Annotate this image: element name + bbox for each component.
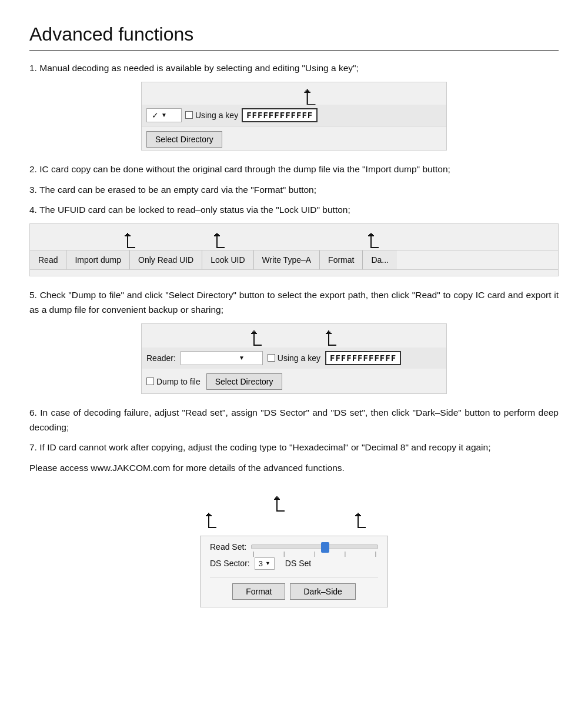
- arrow-reader-icon: ⮤: [248, 329, 266, 348]
- section1-text: 1. Manual decoding as needed is availabl…: [29, 61, 559, 76]
- section7-text: 7. If ID card cannot work after copying,…: [29, 440, 559, 455]
- bottom-btn-row: Format Dark–Side: [210, 577, 378, 600]
- page-title: Advanced functions: [29, 24, 559, 51]
- ds-sector-dropdown[interactable]: 3 ▼: [255, 557, 275, 570]
- section8-text: Please access www.JAKCOM.com for more de…: [29, 461, 559, 476]
- select-dir-row: Select Directory: [142, 126, 446, 150]
- dump-to-file-checkbox-area[interactable]: Dump to file: [146, 377, 201, 386]
- arrow-format-icon: ⮤: [365, 231, 383, 250]
- format-btn[interactable]: Format: [232, 583, 285, 600]
- reader-dropdown[interactable]: ▼: [181, 351, 263, 365]
- using-key-label: Using a key: [195, 111, 238, 120]
- arrow1-icon: ⮤: [300, 87, 320, 107]
- arrow-import-icon: ⮤: [121, 231, 140, 250]
- ds-sector-row: DS Sector: 3 ▼ DS Set: [210, 557, 378, 570]
- ds-dropdown-arrow-icon: ▼: [265, 560, 270, 566]
- dropdown-arrow-icon: ▼: [161, 112, 167, 118]
- section4-text: 4. The UFUID card can be locked to read–…: [29, 203, 559, 218]
- section3-text: 3. The card can be erased to be an empty…: [29, 183, 559, 198]
- read-set-row: Read Set: | | | | |: [210, 542, 378, 552]
- da-button[interactable]: Da...: [363, 250, 397, 269]
- using-key-checkbox-area[interactable]: Using a key: [185, 111, 238, 120]
- using-key-label2: Using a key: [278, 353, 320, 363]
- select-directory-button[interactable]: Select Directory: [146, 131, 222, 148]
- select-directory-button2[interactable]: Select Directory: [206, 373, 282, 390]
- bottom-ui: Read Set: | | | | | DS Sector:: [200, 536, 388, 607]
- using-key-checkbox-area2[interactable]: Using a key: [268, 353, 320, 363]
- arrow-dssector-icon: ⮤: [202, 511, 221, 530]
- dump-to-file-checkbox[interactable]: [146, 377, 154, 385]
- only-read-uid-button[interactable]: Only Read UID: [130, 250, 202, 269]
- key-row: ✓ ▼ Using a key FFFFFFFFFFFF: [142, 105, 446, 126]
- reader-row: Reader: ▼ Using a key FFFFFFFFFFFF: [142, 348, 446, 369]
- key-input2[interactable]: FFFFFFFFFFFF: [325, 351, 401, 365]
- ds-set-label: DS Set: [285, 559, 311, 568]
- reader-dropdown-arrow-icon: ▼: [239, 355, 245, 361]
- import-dump-button[interactable]: Import dump: [66, 250, 130, 269]
- key-input[interactable]: FFFFFFFFFFFF: [242, 108, 318, 122]
- using-key-checkbox2[interactable]: [268, 354, 275, 362]
- arrow-uid-icon: ⮤: [211, 231, 229, 250]
- checkmark-icon: ✓: [152, 111, 159, 120]
- reader-label: Reader:: [146, 353, 176, 363]
- read-set-slider[interactable]: | | | | |: [251, 544, 378, 549]
- section5-text: 5. Check "Dump to file" and click "Selec…: [29, 288, 559, 318]
- ds-sector-label: DS Sector:: [210, 559, 250, 568]
- ds-sector-value: 3: [259, 559, 263, 568]
- read-button[interactable]: Read: [30, 250, 66, 269]
- arrow-readset-icon: ⮤: [270, 495, 289, 513]
- look-uid-button[interactable]: Look UID: [202, 250, 253, 269]
- section2-text: 2. IC card copy can be done without the …: [29, 162, 559, 177]
- buttons-row: Read Import dump Only Read UID Look UID …: [30, 250, 558, 270]
- read-set-label: Read Set:: [210, 542, 246, 552]
- format-button[interactable]: Format: [320, 250, 363, 269]
- arrow-dump-icon: ⮤: [322, 329, 341, 348]
- section6-text: 6. In case of decoding failure, adjust "…: [29, 406, 559, 435]
- write-type-a-button[interactable]: Write Type–A: [254, 250, 320, 269]
- using-key-checkbox[interactable]: [185, 111, 193, 119]
- dropdown-select[interactable]: ✓ ▼: [146, 108, 182, 122]
- arrow-darkside-icon: ⮤: [352, 511, 370, 530]
- dump-to-file-label: Dump to file: [156, 377, 201, 386]
- dark-side-btn[interactable]: Dark–Side: [290, 583, 355, 600]
